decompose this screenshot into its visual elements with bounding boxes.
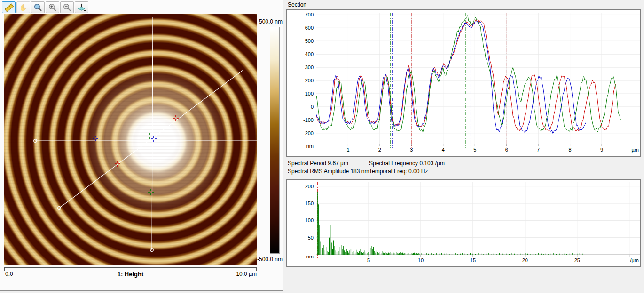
y-tick-label: 400 <box>305 51 314 57</box>
zoom-in-tool-button[interactable] <box>46 1 59 13</box>
spectrum-chart: 51015202550100150200nm/µm <box>286 179 641 267</box>
x-tick-label: 8 <box>569 147 572 153</box>
x-tick-label: 20 <box>522 257 528 263</box>
x-unit-label: µm <box>631 147 639 153</box>
colorbar-max-label: 500.0 nm <box>254 18 283 25</box>
surface-3d-icon <box>77 3 87 12</box>
section-cursor-cross <box>173 115 179 121</box>
blue-trace <box>316 21 586 133</box>
x-unit-label: /µm <box>630 257 639 263</box>
image-axis-max: 10.0 µm <box>214 271 257 277</box>
y-tick-label: 50 <box>308 235 314 241</box>
offset-3d-tool-button[interactable] <box>75 1 88 13</box>
y-tick-label: 500 <box>305 38 314 44</box>
color-scale-bar <box>270 27 280 254</box>
y-unit-label: nm <box>306 254 314 259</box>
pan-tool-button[interactable]: ✋ <box>16 1 30 13</box>
temporal-freq-value: Temporal Freq: 0.00 Hz <box>369 168 428 175</box>
spectrum-plot[interactable]: 51015202550100150200nm/µm <box>287 180 640 266</box>
y-tick-label: 0 <box>311 104 314 110</box>
x-tick-label: 1 <box>346 147 349 153</box>
x-tick-label: 2 <box>378 147 381 153</box>
x-tick-label: 3 <box>410 147 413 153</box>
x-tick-label: 7 <box>537 147 540 153</box>
x-tick-label: 5 <box>367 257 370 263</box>
y-tick-label: 200 <box>305 78 314 83</box>
y-tick-label: 600 <box>305 25 314 31</box>
x-tick-label: 10 <box>418 257 424 263</box>
section-profile-chart: 123456789-200-1000100200300400500600700n… <box>286 9 641 157</box>
magnifier-icon <box>33 3 43 12</box>
toolbar: ✋ <box>2 1 88 13</box>
image-panel: ✋ 500.0 nm -500.0 nm 0.0 1: Height 10.0 … <box>0 0 283 291</box>
section-cursor-cross <box>147 133 153 139</box>
image-scale-bracket <box>4 267 257 271</box>
x-tick-label: 5 <box>473 147 476 153</box>
section-cursor-cross <box>93 136 98 141</box>
zoom-out-tool-button[interactable] <box>60 1 74 13</box>
red-trace <box>316 20 616 131</box>
spectral-period-value: Spectral Period 9.67 µm <box>288 160 348 167</box>
x-tick-label: 6 <box>505 147 508 153</box>
ruler-icon <box>4 3 14 12</box>
x-tick-label: 9 <box>600 147 603 153</box>
y-tick-label: 200 <box>305 184 314 189</box>
spectral-frequency-value: Spectral Frequency 0.103 /µm <box>369 160 445 167</box>
y-tick-label: -100 <box>303 117 314 123</box>
zoom-out-icon <box>63 3 72 12</box>
y-tick-label: -200 <box>303 130 314 136</box>
zoom-in-icon <box>48 3 57 12</box>
next-section-strip <box>0 293 644 297</box>
y-tick-label: 100 <box>305 91 314 96</box>
hand-icon: ✋ <box>19 4 27 11</box>
zoom-tool-button[interactable] <box>31 1 45 13</box>
colorbar-min-label: -500.0 nm <box>254 256 283 263</box>
spectral-rms-value: Spectral RMS Amplitude 183 nm <box>288 168 369 175</box>
y-unit-label: nm <box>306 143 314 149</box>
y-tick-label: 150 <box>305 201 314 206</box>
section-profile-plot[interactable]: 123456789-200-1000100200300400500600700n… <box>287 10 640 156</box>
section-lines-overlay[interactable] <box>4 14 257 265</box>
afm-height-image[interactable] <box>4 14 257 265</box>
ruler-tool-button[interactable] <box>2 1 16 13</box>
x-tick-label: 4 <box>442 147 445 153</box>
y-tick-label: 700 <box>305 12 314 17</box>
y-tick-label: 100 <box>305 217 314 223</box>
section-cursor-cross <box>148 189 154 195</box>
x-tick-label: 25 <box>574 257 580 263</box>
section-panel-title: Section <box>288 1 306 8</box>
x-tick-label: 15 <box>470 257 476 263</box>
y-tick-label: 300 <box>305 64 314 70</box>
